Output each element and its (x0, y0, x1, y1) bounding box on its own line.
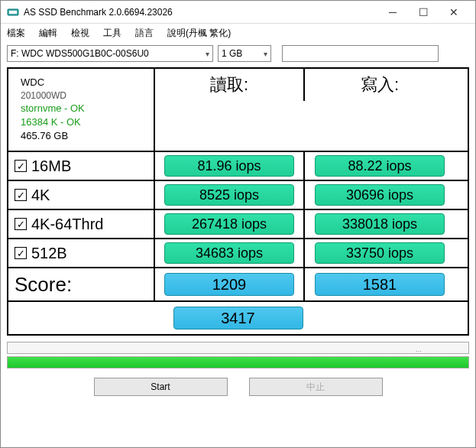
drive-dropdown-value: F: WDC WDS500G1B0C-00S6U0 (11, 48, 149, 59)
size-dropdown-value: 1 GB (222, 48, 242, 59)
titlebar: AS SSD Benchmark 2.0.6694.23026 ─ ☐ ✕ (1, 1, 475, 24)
progress-tick-icon: ⋯ (416, 348, 423, 355)
test-4k64-checkbox[interactable]: ✓4K-64Thrd (15, 216, 104, 233)
button-row: Start 中止 (1, 372, 475, 404)
app-icon (7, 6, 19, 18)
read-value: 267418 iops (164, 213, 294, 235)
menu-language[interactable]: 語言 (135, 27, 154, 40)
test-row: ✓512B 34683 iops 33750 iops (8, 239, 468, 268)
chevron-down-icon: ▾ (264, 50, 267, 58)
test-4k-checkbox[interactable]: ✓4K (15, 187, 50, 204)
drive-align: 16384 K - OK (21, 116, 85, 129)
write-value: 30696 iops (315, 184, 445, 206)
progress-current: ⋯ (7, 342, 469, 354)
drive-info: WDC 201000WD stornvme - OK 16384 K - OK … (15, 72, 91, 148)
progress-area: ⋯ (1, 340, 475, 372)
total-score: 3417 (173, 307, 303, 330)
menu-help[interactable]: 說明(丹楓 繁化) (167, 27, 231, 40)
drive-model: 201000WD (21, 90, 85, 102)
write-value: 88.22 iops (315, 155, 445, 177)
read-value: 8525 iops (164, 184, 294, 206)
svg-rect-1 (9, 11, 17, 14)
progress-total (7, 356, 469, 368)
write-value: 33750 iops (315, 242, 445, 264)
test-label: 512B (31, 245, 67, 262)
window-title: AS SSD Benchmark 2.0.6694.23026 (24, 7, 377, 18)
test-row: ✓16MB 81.96 iops 88.22 iops (8, 152, 468, 181)
maximize-button[interactable]: ☐ (408, 6, 439, 18)
drive-driver: stornvme - OK (21, 102, 85, 115)
results-grid: WDC 201000WD stornvme - OK 16384 K - OK … (7, 67, 469, 336)
minimize-button[interactable]: ─ (377, 6, 408, 18)
total-row: 3417 (8, 302, 468, 334)
drive-vendor: WDC (21, 76, 85, 89)
read-value: 81.96 iops (164, 155, 294, 177)
test-label: 4K (31, 187, 50, 204)
write-score: 1581 (315, 273, 445, 296)
menu-edit[interactable]: 編輯 (39, 27, 57, 40)
test-row: ✓4K-64Thrd 267418 iops 338018 iops (8, 210, 468, 239)
test-label: 4K-64Thrd (31, 216, 104, 233)
close-button[interactable]: ✕ (439, 6, 469, 18)
write-value: 338018 iops (315, 213, 445, 235)
window-controls: ─ ☐ ✕ (377, 6, 469, 18)
chevron-down-icon: ▾ (206, 50, 209, 58)
start-button[interactable]: Start (94, 378, 228, 396)
menu-view[interactable]: 檢視 (71, 27, 89, 40)
score-row: Score: 1209 1581 (8, 268, 468, 302)
read-header: 讀取: (155, 69, 305, 101)
drive-capacity: 465.76 GB (21, 130, 85, 143)
menu-file[interactable]: 檔案 (7, 27, 25, 40)
read-score: 1209 (164, 273, 294, 296)
test-row: ✓4K 8525 iops 30696 iops (8, 181, 468, 210)
status-box (282, 45, 439, 62)
read-value: 34683 iops (164, 242, 294, 264)
drive-dropdown[interactable]: F: WDC WDS500G1B0C-00S6U0 ▾ (7, 45, 213, 62)
test-label: 16MB (31, 157, 71, 175)
size-dropdown[interactable]: 1 GB ▾ (218, 45, 271, 62)
selector-row: F: WDC WDS500G1B0C-00S6U0 ▾ 1 GB ▾ (1, 42, 475, 65)
progress-fill (8, 357, 468, 368)
header-row: WDC 201000WD stornvme - OK 16384 K - OK … (8, 69, 468, 152)
app-window: AS SSD Benchmark 2.0.6694.23026 ─ ☐ ✕ 檔案… (0, 0, 476, 448)
stop-button[interactable]: 中止 (249, 378, 383, 396)
menubar: 檔案 編輯 檢視 工具 語言 說明(丹楓 繁化) (1, 24, 475, 42)
test-16mb-checkbox[interactable]: ✓16MB (15, 157, 71, 175)
test-512b-checkbox[interactable]: ✓512B (15, 245, 67, 262)
score-label: Score: (15, 273, 72, 297)
write-header: 寫入: (305, 69, 455, 101)
menu-tools[interactable]: 工具 (103, 27, 121, 40)
